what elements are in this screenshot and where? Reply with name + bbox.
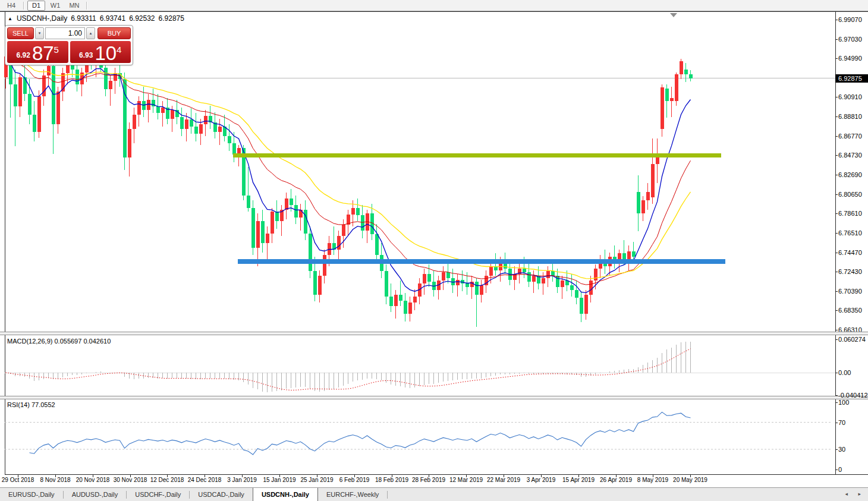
rsi-tick: 30 bbox=[838, 446, 867, 453]
rsi-tick: 70 bbox=[838, 419, 867, 426]
volume-increase-button[interactable]: ▴ bbox=[86, 27, 95, 39]
price-tick: 6.78610 bbox=[838, 210, 867, 217]
date-label: 25 Jan 2019 bbox=[296, 477, 338, 483]
macd-tick: 0.00 bbox=[838, 369, 867, 376]
ohlc-low: 6.92532 bbox=[129, 14, 155, 23]
date-label: 22 Mar 2019 bbox=[483, 477, 524, 483]
sell-price-box[interactable]: 6.92 87 5 bbox=[7, 41, 68, 63]
candles-layer[interactable] bbox=[4, 47, 693, 327]
date-label: 12 Mar 2019 bbox=[445, 477, 487, 483]
date-label: 3 Jan 2019 bbox=[221, 477, 263, 483]
ohlc-high: 6.93741 bbox=[100, 14, 125, 23]
buy-price-prefix: 6.93 bbox=[79, 51, 93, 59]
price-tick: 6.82690 bbox=[838, 171, 867, 178]
date-label: 6 Feb 2019 bbox=[334, 477, 375, 483]
tab-usdchf[interactable]: USDCHF-,Daily bbox=[127, 488, 189, 501]
date-label: 20 May 2019 bbox=[669, 477, 711, 483]
date-label: 8 May 2019 bbox=[632, 477, 674, 483]
symbol-title: USDCNH-,Daily bbox=[17, 14, 67, 23]
price-tick: 6.94990 bbox=[838, 55, 867, 62]
price-tick: 6.97030 bbox=[838, 36, 867, 43]
tab-separator bbox=[387, 491, 388, 499]
one-click-trading-panel: SELL ▾ ▴ BUY 6.92 87 5 6.93 10 4 bbox=[5, 25, 133, 65]
price-tick: 6.68350 bbox=[838, 307, 867, 314]
price-tick: 6.90910 bbox=[838, 93, 867, 100]
sell-button[interactable]: SELL bbox=[7, 27, 34, 39]
price-tick: 6.84730 bbox=[838, 152, 867, 159]
date-label: 28 Feb 2019 bbox=[408, 477, 449, 483]
date-label: 12 Dec 2018 bbox=[146, 477, 188, 483]
ma-line-34[interactable] bbox=[6, 56, 691, 279]
rsi-canvas[interactable] bbox=[0, 399, 835, 474]
macd-tick: -0.040412 bbox=[838, 392, 867, 399]
trading-terminal-window: H4D1W1MN ▲ USDCNH-,Daily 6.93311 6.93741… bbox=[0, 0, 868, 501]
macd-signal-line bbox=[6, 349, 691, 390]
ohlc-open: 6.93311 bbox=[71, 14, 96, 23]
macd-tick: 0.060274 bbox=[838, 336, 867, 343]
price-tick: 6.88810 bbox=[838, 113, 867, 120]
price-tick: 6.86770 bbox=[838, 133, 867, 140]
date-axis-line[interactable] bbox=[5, 474, 868, 475]
tab-eurchf[interactable]: EURCHF-,Weekly bbox=[318, 488, 387, 501]
tab-audusd[interactable]: AUDUSD-,Daily bbox=[64, 488, 127, 501]
symbol-tab-bar: EURUSD-,DailyAUDUSD-,DailyUSDCHF-,DailyU… bbox=[0, 487, 868, 501]
price-tick: 6.76510 bbox=[838, 229, 867, 237]
tab-scroll-right-icon[interactable]: ▸ bbox=[858, 491, 861, 497]
volume-input[interactable] bbox=[45, 27, 85, 39]
date-label: 26 Apr 2019 bbox=[595, 477, 637, 483]
ma-line-8[interactable] bbox=[6, 56, 691, 293]
rsi-label: RSI(14) 77.0552 bbox=[7, 401, 55, 408]
price-tick: 6.70390 bbox=[838, 288, 867, 295]
date-label: 30 Nov 2018 bbox=[109, 477, 151, 483]
rsi-tick: 100 bbox=[838, 399, 867, 406]
sell-price-sup: 5 bbox=[54, 45, 59, 55]
ohlc-close: 6.92875 bbox=[159, 14, 184, 23]
date-label: 3 Apr 2019 bbox=[520, 477, 562, 483]
rsi-line bbox=[30, 412, 691, 455]
date-label: 18 Feb 2019 bbox=[371, 477, 413, 483]
date-label: 20 Nov 2018 bbox=[72, 477, 114, 483]
macd-label: MACD(12,26,9) 0.055697 0.042610 bbox=[7, 338, 111, 345]
tab-usdcad[interactable]: USDCAD-,Daily bbox=[190, 488, 253, 501]
price-tick: 6.72430 bbox=[838, 268, 867, 275]
buy-price-big: 10 bbox=[95, 44, 117, 62]
macd-canvas[interactable] bbox=[0, 335, 835, 396]
date-label: 15 Apr 2019 bbox=[558, 477, 599, 483]
date-label: 8 Nov 2018 bbox=[34, 477, 76, 483]
tab-scroll-left-icon[interactable]: ◂ bbox=[845, 491, 848, 497]
price-tick: 6.99070 bbox=[838, 16, 867, 23]
buy-price-box[interactable]: 6.93 10 4 bbox=[70, 41, 131, 63]
symbol-info-line: ▲ USDCNH-,Daily 6.93311 6.93741 6.92532 … bbox=[8, 14, 188, 23]
sell-price-big: 87 bbox=[32, 44, 54, 62]
sell-price-prefix: 6.92 bbox=[17, 51, 30, 59]
tab-usdcnh[interactable]: USDCNH-,Daily bbox=[253, 488, 318, 501]
collapse-triangle-icon[interactable]: ▲ bbox=[8, 16, 12, 21]
buy-button[interactable]: BUY bbox=[98, 27, 131, 39]
date-label: 24 Dec 2018 bbox=[184, 477, 225, 483]
rsi-tick: 0 bbox=[838, 466, 867, 473]
date-label: 29 Oct 2018 bbox=[0, 477, 39, 483]
price-tick: 6.80650 bbox=[838, 191, 867, 198]
volume-decrease-button[interactable]: ▾ bbox=[35, 27, 44, 39]
ma-line-21[interactable] bbox=[6, 56, 691, 285]
buy-price-sup: 4 bbox=[117, 45, 121, 55]
macd-histogram bbox=[6, 342, 691, 392]
current-price-label: 6.92875 bbox=[835, 74, 868, 83]
price-tick: 6.74470 bbox=[838, 249, 867, 256]
tab-eurusd[interactable]: EURUSD-,Daily bbox=[0, 488, 63, 501]
date-label: 15 Jan 2019 bbox=[259, 477, 300, 483]
chart-shift-marker-icon[interactable] bbox=[670, 13, 677, 17]
